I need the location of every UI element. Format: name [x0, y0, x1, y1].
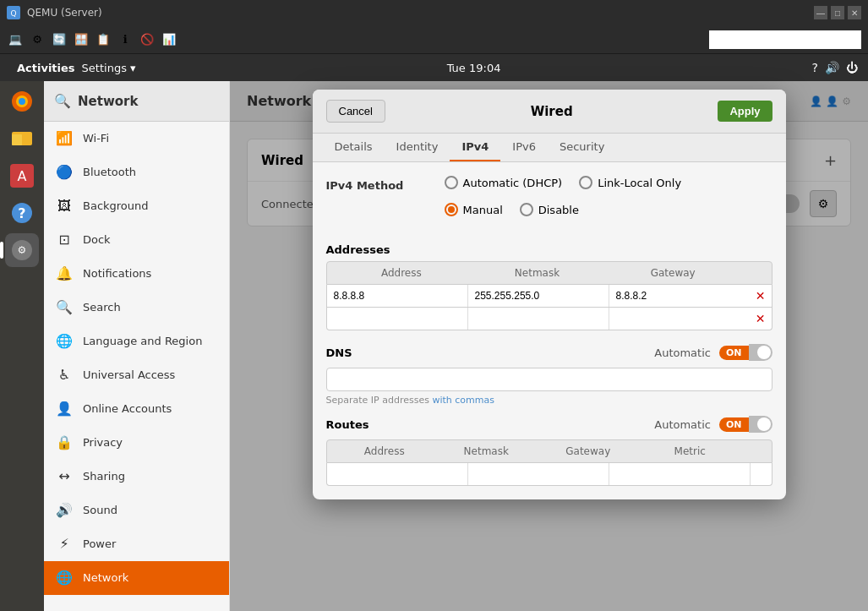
routes-gateway-input[interactable] — [609, 463, 751, 485]
routes-row-0: ✕ — [326, 463, 772, 486]
maximize-button[interactable]: □ — [831, 6, 844, 19]
dock-item-help[interactable]: ? — [5, 196, 39, 230]
dns-hint-text: Separate IP addresses — [326, 395, 429, 406]
col-gateway-header: Gateway — [605, 267, 741, 279]
routes-toggle-thumb — [757, 417, 771, 431]
address-input-0[interactable] — [327, 285, 468, 307]
sidebar-item-online[interactable]: 👤 Online Accounts — [44, 392, 229, 426]
sidebar-item-search-label: Search — [83, 301, 121, 314]
netmask-input-1[interactable] — [468, 308, 609, 330]
taskbar-icon-gear[interactable]: ⚙️ — [29, 31, 46, 48]
radio-disable[interactable]: Disable — [520, 203, 579, 216]
minimize-button[interactable]: — — [814, 6, 827, 19]
radio-row-2: Manual Disable — [445, 203, 682, 216]
sidebar-item-language-label: Language and Region — [83, 335, 202, 347]
taskbar-icon-windows[interactable]: 🪟 — [73, 31, 90, 48]
language-icon: 🌐 — [56, 333, 73, 349]
routes-row: Routes Automatic ON — [326, 416, 772, 433]
gnome-bar: Activities Settings ▾ Tue 19:04 ? 🔊 ⏻ — [0, 54, 868, 81]
radio-circle-manual — [445, 203, 458, 216]
tab-identity[interactable]: Identity — [385, 134, 450, 161]
addresses-header: Address Netmask Gateway — [326, 261, 772, 285]
gateway-input-1[interactable] — [609, 308, 750, 330]
routes-address-input[interactable] — [327, 463, 468, 485]
settings-menu-label: Settings ▾ — [82, 62, 136, 74]
taskbar-icon-clipboard[interactable]: 📋 — [95, 31, 112, 48]
sidebar-item-background-label: Background — [83, 199, 149, 212]
sidebar-item-dock[interactable]: ⊡ Dock — [44, 223, 229, 257]
dns-toggle-on: ON — [719, 346, 749, 360]
sidebar-item-wifi[interactable]: 📶 Wi-Fi — [44, 122, 229, 155]
cancel-button[interactable]: Cancel — [326, 100, 385, 123]
dns-toggle-track — [749, 344, 772, 361]
taskbar-icon-refresh[interactable]: 🔄 — [51, 31, 68, 48]
radio-manual[interactable]: Manual — [445, 203, 503, 216]
sidebar-item-search[interactable]: 🔍 Search — [44, 291, 229, 325]
svg-text:⚙: ⚙ — [18, 244, 27, 256]
sidebar-title: Network — [78, 94, 138, 109]
dock-item-settings[interactable]: ⚙ — [5, 233, 39, 267]
dock-item-software[interactable]: A — [5, 159, 39, 193]
sidebar-search-icon[interactable]: 🔍 — [54, 93, 71, 109]
sidebar-item-language[interactable]: 🌐 Language and Region — [44, 325, 229, 358]
delete-row-1-button[interactable]: ✕ — [750, 312, 772, 325]
svg-rect-6 — [12, 134, 22, 145]
dock-item-files[interactable] — [5, 122, 39, 155]
dock-icon: ⊡ — [56, 232, 73, 248]
universal-icon: ♿ — [56, 367, 73, 383]
dns-input[interactable] — [326, 368, 772, 391]
addresses-section: Addresses Address Netmask Gateway ✕ — [326, 243, 772, 330]
delete-row-0-button[interactable]: ✕ — [750, 289, 772, 303]
power-icon[interactable]: ⏻ — [846, 61, 858, 74]
radio-auto-dhcp[interactable]: Automatic (DHCP) — [445, 176, 563, 189]
dock-item-firefox[interactable] — [5, 85, 39, 118]
tab-security[interactable]: Security — [548, 134, 616, 161]
addresses-label: Addresses — [326, 243, 772, 256]
apply-button[interactable]: Apply — [718, 101, 772, 122]
tab-ipv4[interactable]: IPv4 — [450, 134, 500, 161]
routes-netmask-input[interactable] — [468, 463, 609, 485]
sidebar-item-universal[interactable]: ♿ Universal Access — [44, 358, 229, 392]
dns-toggle-switch[interactable]: ON — [719, 344, 772, 361]
col-address-header: Address — [334, 267, 470, 279]
sidebar-item-power[interactable]: ⚡ Power — [44, 527, 229, 561]
sidebar-item-network[interactable]: 🌐 Network — [44, 561, 229, 595]
wired-dialog: Cancel Wired Apply Details Identity IPv4… — [313, 90, 786, 499]
sidebar-item-wifi-label: Wi-Fi — [83, 132, 109, 145]
volume-icon[interactable]: 🔊 — [825, 61, 839, 74]
routes-auto-label: Automatic — [654, 418, 711, 431]
sidebar-item-bluetooth[interactable]: 🔵 Bluetooth — [44, 155, 229, 189]
taskbar-icon-chart[interactable]: 📊 — [161, 31, 177, 48]
sidebar-item-network-label: Network — [83, 571, 128, 584]
taskbar-icon-stop[interactable]: 🚫 — [139, 31, 156, 48]
taskbar-search-input[interactable] — [709, 30, 861, 49]
radio-link-local[interactable]: Link-Local Only — [579, 176, 681, 189]
sidebar-item-dock-label: Dock — [83, 233, 111, 246]
taskbar-icon-info[interactable]: ℹ️ — [117, 31, 134, 48]
sidebar-item-privacy[interactable]: 🔒 Privacy — [44, 426, 229, 460]
sound-icon: 🔊 — [56, 502, 73, 518]
netmask-input-0[interactable] — [468, 285, 609, 307]
tab-ipv6[interactable]: IPv6 — [500, 134, 548, 161]
sidebar-item-sound[interactable]: 🔊 Sound — [44, 494, 229, 527]
ipv4-method-section: IPv4 Method Automatic (DHCP) Link-Local … — [326, 176, 772, 230]
ipv4-method-label: IPv4 Method — [326, 176, 445, 192]
taskbar-icon-monitor[interactable]: 💻 — [7, 31, 24, 48]
sidebar-item-power-label: Power — [83, 537, 116, 550]
dns-hint-link[interactable]: with commas — [432, 395, 494, 406]
address-input-1[interactable] — [327, 308, 468, 330]
tab-details[interactable]: Details — [323, 134, 385, 161]
sidebar-item-background[interactable]: 🖼 Background — [44, 189, 229, 223]
routes-col-headers: Address Netmask Gateway Metric — [326, 439, 772, 463]
routes-toggle-switch[interactable]: ON — [719, 416, 772, 433]
help-icon[interactable]: ? — [812, 61, 818, 74]
routes-metric-input[interactable] — [751, 463, 786, 485]
settings-menu-button[interactable]: Settings ▾ — [82, 62, 136, 74]
sidebar-item-sharing[interactable]: ↔ Sharing — [44, 460, 229, 494]
activities-button[interactable]: Activities — [10, 62, 82, 74]
sidebar-item-notifications[interactable]: 🔔 Notifications — [44, 257, 229, 291]
sidebar-item-privacy-label: Privacy — [83, 436, 123, 449]
close-button[interactable]: ✕ — [848, 6, 861, 19]
gateway-input-0[interactable] — [609, 285, 750, 307]
dns-label: DNS — [326, 346, 352, 359]
